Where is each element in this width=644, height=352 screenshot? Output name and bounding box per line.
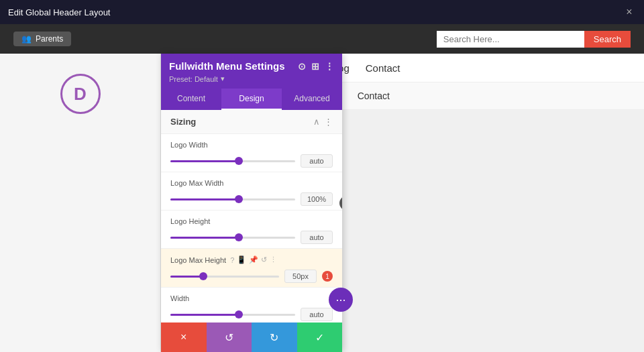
logo-height-thumb[interactable] xyxy=(235,233,243,241)
logo-height-label: Logo Height xyxy=(170,217,333,225)
collapse-icon[interactable]: ∧ xyxy=(313,117,320,127)
help-icon[interactable]: ? xyxy=(230,256,234,264)
logo-max-height-thumb[interactable] xyxy=(199,272,207,280)
save-button[interactable]: ✓ xyxy=(297,322,343,352)
logo-width-label: Logo Width xyxy=(170,141,333,149)
main-area: D Fullwidth Menu Settings ⊙ ⊞ ⋮ Preset: … xyxy=(0,54,644,352)
search-button[interactable]: Search xyxy=(584,31,631,48)
preset-chevron-icon[interactable]: ▾ xyxy=(221,74,225,83)
logo-max-width-thumb[interactable] xyxy=(235,195,243,203)
reset-button[interactable]: ↺ xyxy=(207,322,252,352)
search-area: Search xyxy=(437,31,631,48)
logo-width-group: Logo Width auto xyxy=(161,134,342,172)
panel-title-text: Fullwidth Menu Settings xyxy=(169,60,285,72)
undo-icon[interactable]: ↺ xyxy=(261,255,267,264)
redo-button[interactable]: ↻ xyxy=(252,322,297,352)
width-group: Width auto xyxy=(161,288,342,322)
logo-max-width-track[interactable] xyxy=(170,198,295,200)
logo-max-height-fill xyxy=(170,276,203,278)
pin-icon[interactable]: 📌 xyxy=(249,255,258,264)
top-bar-title: Edit Global Header Layout xyxy=(8,7,110,17)
fab-more-button[interactable]: ··· xyxy=(329,288,353,312)
parents-button[interactable]: 👥 Parents xyxy=(13,32,71,46)
layout-icon[interactable]: ⊞ xyxy=(311,61,319,72)
tab-content[interactable]: Content xyxy=(161,89,221,110)
logo-max-height-label-icons: ? 📱 📌 ↺ ⋮ xyxy=(230,255,277,264)
section-header-icons: ∧ ⋮ xyxy=(313,117,333,127)
logo-max-width-label: Logo Max Width xyxy=(170,179,333,187)
logo-height-value[interactable]: auto xyxy=(301,231,333,244)
focus-icon[interactable]: ⊙ xyxy=(298,61,306,72)
logo-width-slider-row: auto xyxy=(170,154,333,168)
panel-tabs: Content Design Advanced xyxy=(161,89,342,110)
logo-height-fill xyxy=(170,237,239,239)
logo-height-group: Logo Height auto xyxy=(161,211,342,249)
logo-width-track[interactable] xyxy=(170,160,295,162)
logo-max-height-value[interactable]: 50px xyxy=(284,270,317,283)
ellipsis-icon[interactable]: ⋮ xyxy=(270,255,277,264)
logo-max-width-value[interactable]: 100% xyxy=(301,192,333,206)
mobile-icon[interactable]: 📱 xyxy=(237,255,246,264)
panel-footer: × ↺ ↻ ✓ xyxy=(161,322,342,352)
change-badge: 1 xyxy=(322,271,333,282)
logo-max-height-group: Logo Max Height ? 📱 📌 ↺ ⋮ 50px xyxy=(161,249,342,288)
logo-width-value[interactable]: auto xyxy=(301,154,333,168)
tab-design[interactable]: Design xyxy=(221,89,282,110)
logo-max-width-fill xyxy=(170,198,239,200)
tab-advanced[interactable]: Advanced xyxy=(282,89,342,110)
fab-dots-icon: ··· xyxy=(335,293,345,307)
logo-max-height-label: Logo Max Height ? 📱 📌 ↺ ⋮ xyxy=(170,255,333,264)
cancel-button[interactable]: × xyxy=(161,322,207,352)
sizing-title: Sizing xyxy=(170,117,196,127)
logo-max-height-slider-row: 50px 1 xyxy=(170,270,333,283)
width-track[interactable] xyxy=(170,314,295,316)
width-slider-row: auto xyxy=(170,308,333,321)
more-icon[interactable]: ⋮ xyxy=(325,61,334,72)
panel-content: Sizing ∧ ⋮ Logo Width auto xyxy=(161,110,342,322)
width-label: Width xyxy=(170,294,333,302)
logo-height-slider-row: auto xyxy=(170,231,333,244)
logo-height-track[interactable] xyxy=(170,237,295,239)
header-bar: 👥 Parents Search xyxy=(0,24,644,54)
logo-width-fill xyxy=(170,160,239,162)
settings-panel: Fullwidth Menu Settings ⊙ ⊞ ⋮ Preset: De… xyxy=(161,54,342,352)
logo-max-width-group: Logo Max Width 100% xyxy=(161,172,342,211)
close-button[interactable]: × xyxy=(623,5,636,19)
panel-header: Fullwidth Menu Settings ⊙ ⊞ ⋮ Preset: De… xyxy=(161,54,342,89)
panel-title-row: Fullwidth Menu Settings ⊙ ⊞ ⋮ xyxy=(169,60,334,72)
logo-circle: D xyxy=(60,74,101,114)
width-fill xyxy=(170,314,239,316)
logo-letter: D xyxy=(74,84,87,105)
top-bar: Edit Global Header Layout × xyxy=(0,0,644,24)
logo-width-thumb[interactable] xyxy=(235,157,243,165)
logo-max-height-track[interactable] xyxy=(170,276,279,278)
search-input[interactable] xyxy=(437,31,584,48)
parents-icon: 👥 xyxy=(21,34,32,44)
sizing-section-header: Sizing ∧ ⋮ xyxy=(161,110,342,134)
left-panel: D xyxy=(0,54,161,352)
nav2-contact[interactable]: Contact xyxy=(358,91,390,101)
section-more-icon[interactable]: ⋮ xyxy=(324,117,333,127)
width-thumb[interactable] xyxy=(235,310,243,318)
nav-contact[interactable]: Contact xyxy=(366,62,400,74)
width-value[interactable]: auto xyxy=(301,308,333,321)
panel-preset: Preset: Default ▾ xyxy=(169,74,334,83)
panel-title-icons: ⊙ ⊞ ⋮ xyxy=(298,61,334,72)
logo-max-width-slider-row: 100% xyxy=(170,192,333,206)
